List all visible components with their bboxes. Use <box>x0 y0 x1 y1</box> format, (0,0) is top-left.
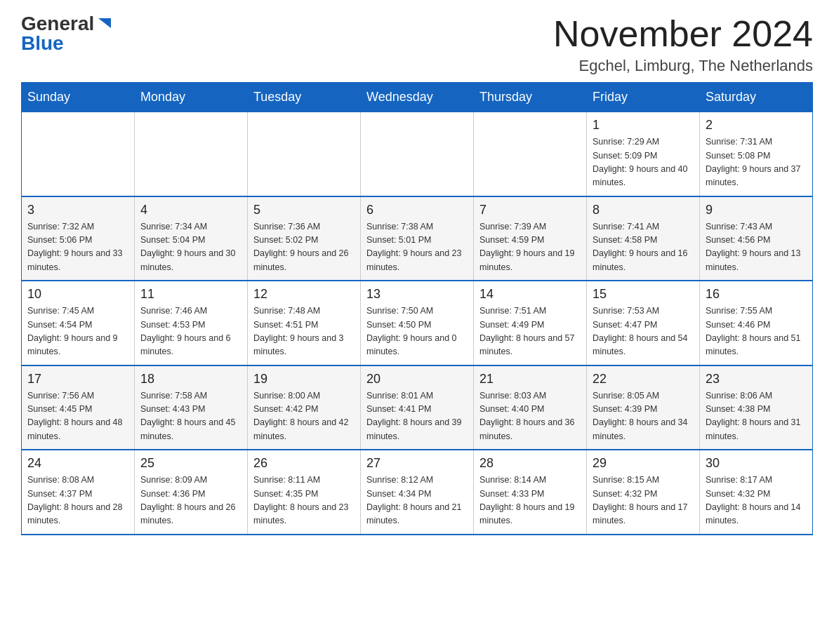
day-number: 19 <box>253 372 355 387</box>
day-number: 16 <box>706 287 807 302</box>
location-text: Egchel, Limburg, The Netherlands <box>553 57 813 75</box>
day-info: Sunrise: 7:32 AM Sunset: 5:06 PM Dayligh… <box>27 220 128 275</box>
calendar-cell: 23Sunrise: 8:06 AM Sunset: 4:38 PM Dayli… <box>700 365 813 450</box>
header-friday: Friday <box>587 83 700 112</box>
day-info: Sunrise: 7:36 AM Sunset: 5:02 PM Dayligh… <box>253 220 355 275</box>
calendar-table: SundayMondayTuesdayWednesdayThursdayFrid… <box>21 82 813 535</box>
day-number: 17 <box>27 372 128 387</box>
day-number: 4 <box>140 203 241 217</box>
day-number: 30 <box>706 456 807 471</box>
day-info: Sunrise: 8:15 AM Sunset: 4:32 PM Dayligh… <box>593 474 694 528</box>
calendar-cell: 24Sunrise: 8:08 AM Sunset: 4:37 PM Dayli… <box>22 450 135 535</box>
day-info: Sunrise: 8:12 AM Sunset: 4:34 PM Dayligh… <box>366 474 468 528</box>
calendar-cell: 22Sunrise: 8:05 AM Sunset: 4:39 PM Dayli… <box>587 365 700 450</box>
day-number: 6 <box>366 203 468 217</box>
day-info: Sunrise: 7:38 AM Sunset: 5:01 PM Dayligh… <box>366 220 468 275</box>
month-title: November 2024 <box>553 14 813 54</box>
calendar-cell: 7Sunrise: 7:39 AM Sunset: 4:59 PM Daylig… <box>474 196 587 281</box>
day-number: 27 <box>366 456 468 471</box>
day-info: Sunrise: 7:41 AM Sunset: 4:58 PM Dayligh… <box>593 220 694 275</box>
calendar-cell: 4Sunrise: 7:34 AM Sunset: 5:04 PM Daylig… <box>135 196 248 281</box>
calendar-cell: 14Sunrise: 7:51 AM Sunset: 4:49 PM Dayli… <box>474 281 587 365</box>
calendar-cell: 28Sunrise: 8:14 AM Sunset: 4:33 PM Dayli… <box>474 450 587 535</box>
day-info: Sunrise: 7:31 AM Sunset: 5:08 PM Dayligh… <box>706 135 807 190</box>
day-info: Sunrise: 7:43 AM Sunset: 4:56 PM Dayligh… <box>706 220 807 275</box>
calendar-cell: 9Sunrise: 7:43 AM Sunset: 4:56 PM Daylig… <box>700 196 813 281</box>
day-number: 26 <box>253 456 355 471</box>
day-number: 25 <box>140 456 241 471</box>
day-info: Sunrise: 8:06 AM Sunset: 4:38 PM Dayligh… <box>706 389 807 444</box>
logo: General Blue <box>21 14 112 53</box>
day-info: Sunrise: 8:17 AM Sunset: 4:32 PM Dayligh… <box>706 474 807 528</box>
calendar-cell: 29Sunrise: 8:15 AM Sunset: 4:32 PM Dayli… <box>587 450 700 535</box>
day-number: 13 <box>366 287 468 302</box>
calendar-cell: 27Sunrise: 8:12 AM Sunset: 4:34 PM Dayli… <box>361 450 474 535</box>
svg-marker-0 <box>98 18 111 28</box>
day-number: 24 <box>27 456 128 471</box>
day-number: 8 <box>593 203 694 217</box>
day-info: Sunrise: 8:01 AM Sunset: 4:41 PM Dayligh… <box>366 389 468 444</box>
day-info: Sunrise: 7:34 AM Sunset: 5:04 PM Dayligh… <box>140 220 241 275</box>
day-info: Sunrise: 8:14 AM Sunset: 4:33 PM Dayligh… <box>479 474 581 528</box>
calendar-cell: 30Sunrise: 8:17 AM Sunset: 4:32 PM Dayli… <box>700 450 813 535</box>
calendar-cell: 21Sunrise: 8:03 AM Sunset: 4:40 PM Dayli… <box>474 365 587 450</box>
day-info: Sunrise: 7:50 AM Sunset: 4:50 PM Dayligh… <box>366 304 468 359</box>
calendar-cell <box>361 112 474 196</box>
calendar-cell: 17Sunrise: 7:56 AM Sunset: 4:45 PM Dayli… <box>22 365 135 450</box>
header-tuesday: Tuesday <box>248 83 361 112</box>
calendar-cell: 2Sunrise: 7:31 AM Sunset: 5:08 PM Daylig… <box>700 112 813 196</box>
calendar-cell <box>474 112 587 196</box>
day-info: Sunrise: 7:48 AM Sunset: 4:51 PM Dayligh… <box>253 304 355 359</box>
day-number: 2 <box>706 118 807 133</box>
title-block: November 2024 Egchel, Limburg, The Nethe… <box>553 14 813 75</box>
day-info: Sunrise: 8:11 AM Sunset: 4:35 PM Dayligh… <box>253 474 355 528</box>
logo-general-text: General <box>21 14 94 34</box>
day-info: Sunrise: 7:55 AM Sunset: 4:46 PM Dayligh… <box>706 304 807 359</box>
day-number: 15 <box>593 287 694 302</box>
day-number: 21 <box>479 372 581 387</box>
day-info: Sunrise: 8:09 AM Sunset: 4:36 PM Dayligh… <box>140 474 241 528</box>
calendar-cell: 6Sunrise: 7:38 AM Sunset: 5:01 PM Daylig… <box>361 196 474 281</box>
day-number: 14 <box>479 287 581 302</box>
header-thursday: Thursday <box>474 83 587 112</box>
day-info: Sunrise: 8:00 AM Sunset: 4:42 PM Dayligh… <box>253 389 355 444</box>
calendar-week-row: 17Sunrise: 7:56 AM Sunset: 4:45 PM Dayli… <box>22 365 813 450</box>
day-info: Sunrise: 7:56 AM Sunset: 4:45 PM Dayligh… <box>27 389 128 444</box>
calendar-cell <box>135 112 248 196</box>
logo-triangle-icon <box>97 15 112 31</box>
calendar-week-row: 3Sunrise: 7:32 AM Sunset: 5:06 PM Daylig… <box>22 196 813 281</box>
calendar-header-row: SundayMondayTuesdayWednesdayThursdayFrid… <box>22 83 813 112</box>
day-info: Sunrise: 8:03 AM Sunset: 4:40 PM Dayligh… <box>479 389 581 444</box>
day-number: 28 <box>479 456 581 471</box>
calendar-cell: 26Sunrise: 8:11 AM Sunset: 4:35 PM Dayli… <box>248 450 361 535</box>
calendar-cell: 3Sunrise: 7:32 AM Sunset: 5:06 PM Daylig… <box>22 196 135 281</box>
day-number: 3 <box>27 203 128 217</box>
calendar-week-row: 10Sunrise: 7:45 AM Sunset: 4:54 PM Dayli… <box>22 281 813 365</box>
day-number: 22 <box>593 372 694 387</box>
calendar-cell: 20Sunrise: 8:01 AM Sunset: 4:41 PM Dayli… <box>361 365 474 450</box>
day-number: 1 <box>593 118 694 133</box>
day-number: 7 <box>479 203 581 217</box>
calendar-week-row: 1Sunrise: 7:29 AM Sunset: 5:09 PM Daylig… <box>22 112 813 196</box>
calendar-cell <box>248 112 361 196</box>
day-number: 12 <box>253 287 355 302</box>
calendar-cell: 10Sunrise: 7:45 AM Sunset: 4:54 PM Dayli… <box>22 281 135 365</box>
logo-blue-text: Blue <box>21 34 64 53</box>
header-wednesday: Wednesday <box>361 83 474 112</box>
page-header: General Blue November 2024 Egchel, Limbu… <box>21 14 813 75</box>
calendar-cell: 16Sunrise: 7:55 AM Sunset: 4:46 PM Dayli… <box>700 281 813 365</box>
day-info: Sunrise: 7:29 AM Sunset: 5:09 PM Dayligh… <box>593 135 694 190</box>
day-number: 9 <box>706 203 807 217</box>
day-info: Sunrise: 7:45 AM Sunset: 4:54 PM Dayligh… <box>27 304 128 359</box>
calendar-cell: 11Sunrise: 7:46 AM Sunset: 4:53 PM Dayli… <box>135 281 248 365</box>
day-info: Sunrise: 7:46 AM Sunset: 4:53 PM Dayligh… <box>140 304 241 359</box>
day-number: 10 <box>27 287 128 302</box>
calendar-cell: 13Sunrise: 7:50 AM Sunset: 4:50 PM Dayli… <box>361 281 474 365</box>
calendar-cell: 12Sunrise: 7:48 AM Sunset: 4:51 PM Dayli… <box>248 281 361 365</box>
day-number: 5 <box>253 203 355 217</box>
calendar-week-row: 24Sunrise: 8:08 AM Sunset: 4:37 PM Dayli… <box>22 450 813 535</box>
calendar-cell: 18Sunrise: 7:58 AM Sunset: 4:43 PM Dayli… <box>135 365 248 450</box>
day-info: Sunrise: 7:51 AM Sunset: 4:49 PM Dayligh… <box>479 304 581 359</box>
day-number: 18 <box>140 372 241 387</box>
calendar-cell: 15Sunrise: 7:53 AM Sunset: 4:47 PM Dayli… <box>587 281 700 365</box>
